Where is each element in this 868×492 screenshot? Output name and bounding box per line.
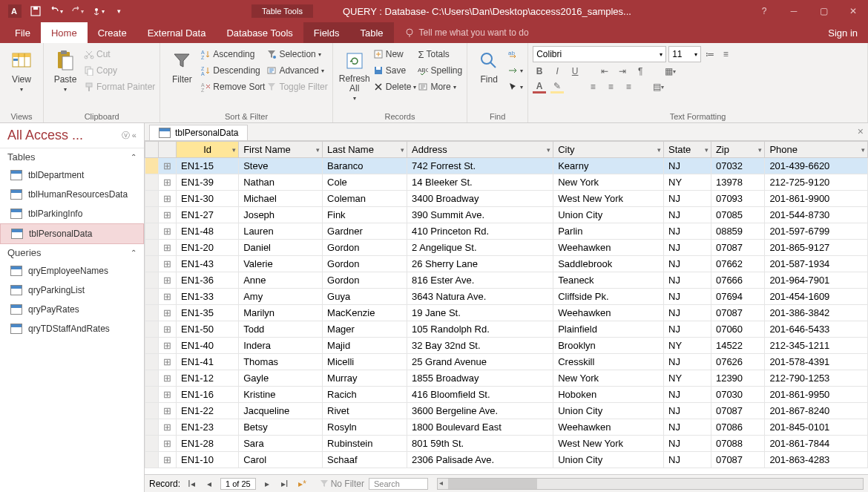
- cell[interactable]: 801 59th St.: [407, 436, 553, 452]
- expand-row-button[interactable]: ⊞: [159, 452, 177, 468]
- cell[interactable]: Daniel: [239, 240, 323, 256]
- cell[interactable]: Fink: [323, 207, 407, 223]
- search-records-input[interactable]: Search: [369, 478, 428, 490]
- row-selector[interactable]: [145, 370, 159, 387]
- cell[interactable]: Rosyln: [323, 419, 407, 436]
- nav-table-tblparkinginfo[interactable]: tblParkingInfo: [0, 204, 144, 223]
- cell[interactable]: NJ: [664, 272, 711, 289]
- row-selector[interactable]: [145, 272, 159, 289]
- column-dropdown-icon[interactable]: ▾: [657, 146, 661, 154]
- cell[interactable]: NJ: [664, 207, 711, 223]
- save-record-button[interactable]: Save: [373, 62, 417, 79]
- expand-row-button[interactable]: ⊞: [159, 240, 177, 256]
- row-selector[interactable]: [145, 207, 159, 223]
- cell[interactable]: NJ: [664, 289, 711, 305]
- table-row[interactable]: ⊞EN1-35MarilynMacKenzie19 Jane St.Weehaw…: [145, 305, 868, 321]
- column-header-phone[interactable]: Phone▾: [765, 142, 868, 158]
- column-header-state[interactable]: State▾: [664, 142, 711, 158]
- table-row[interactable]: ⊞EN1-39NathanCole14 Bleeker St.New YorkN…: [145, 174, 868, 191]
- row-selector[interactable]: [145, 191, 159, 207]
- cell[interactable]: EN1-39: [177, 174, 239, 191]
- expand-row-button[interactable]: ⊞: [159, 338, 177, 354]
- cell[interactable]: Rubinstein: [323, 436, 407, 452]
- nav-query-qryemployeenames[interactable]: qryEmployeeNames: [0, 261, 144, 281]
- nav-table-tblpersonaldata[interactable]: tblPersonalData: [0, 223, 144, 244]
- nav-query-qrytdstaffandrates[interactable]: qryTDStaffAndRates: [0, 319, 144, 338]
- cell[interactable]: 19 Jane St.: [407, 305, 553, 321]
- cell[interactable]: Carol: [239, 452, 323, 468]
- cell[interactable]: Plainfield: [553, 321, 664, 338]
- save-icon[interactable]: [27, 2, 45, 20]
- row-selector[interactable]: [145, 174, 159, 191]
- cell[interactable]: Nathan: [239, 174, 323, 191]
- row-selector[interactable]: [145, 419, 159, 436]
- cell[interactable]: Valerie: [239, 256, 323, 272]
- expand-row-button[interactable]: ⊞: [159, 174, 177, 191]
- indent-decrease-icon[interactable]: ⇤: [598, 65, 611, 78]
- nav-table-tblhumanresourcesdata[interactable]: tblHumanResourcesData: [0, 185, 144, 204]
- table-row[interactable]: ⊞EN1-12GayleMurray1855 BroadwayNew YorkN…: [145, 370, 868, 387]
- cell[interactable]: Thomas: [239, 354, 323, 370]
- last-record-button[interactable]: ▸I: [278, 479, 292, 489]
- first-record-button[interactable]: I◂: [185, 479, 198, 489]
- cell[interactable]: EN1-23: [177, 419, 239, 436]
- cell[interactable]: Indera: [239, 338, 323, 354]
- cell[interactable]: Parlin: [553, 223, 664, 240]
- filter-button[interactable]: Filter: [165, 46, 199, 111]
- cell[interactable]: Rivet: [323, 403, 407, 419]
- cell[interactable]: EN1-36: [177, 272, 239, 289]
- cell[interactable]: Teaneck: [553, 272, 664, 289]
- queries-section-header[interactable]: Queries⌃: [0, 244, 144, 261]
- cell[interactable]: EN1-48: [177, 223, 239, 240]
- toggle-filter-button[interactable]: Toggle Filter: [266, 79, 327, 95]
- cell[interactable]: Amy: [239, 289, 323, 305]
- replace-button[interactable]: ab: [507, 46, 523, 62]
- cell[interactable]: EN1-10: [177, 452, 239, 468]
- select-all-corner[interactable]: [145, 142, 159, 158]
- cell[interactable]: 3400 Broadway: [407, 191, 553, 207]
- ascending-button[interactable]: AZAscending: [200, 46, 265, 62]
- remove-sort-button[interactable]: AZRemove Sort: [200, 79, 265, 95]
- undo-icon[interactable]: ▾: [47, 2, 65, 20]
- cell[interactable]: 201-454-1609: [765, 289, 868, 305]
- cell[interactable]: Lauren: [239, 223, 323, 240]
- cell[interactable]: 201-964-7901: [765, 272, 868, 289]
- cell[interactable]: 416 Bloomfield St.: [407, 387, 553, 403]
- close-tab-button[interactable]: ×: [858, 125, 868, 137]
- cell[interactable]: NJ: [664, 354, 711, 370]
- cell[interactable]: EN1-16: [177, 387, 239, 403]
- qat-customize-icon[interactable]: ▾: [110, 2, 128, 20]
- record-position[interactable]: 1 of 25: [220, 478, 256, 490]
- cell[interactable]: 07626: [711, 354, 764, 370]
- column-header-zip[interactable]: Zip▾: [711, 142, 764, 158]
- redo-icon[interactable]: ▾: [68, 2, 86, 20]
- cell[interactable]: Hoboken: [553, 387, 664, 403]
- expand-row-button[interactable]: ⊞: [159, 158, 177, 174]
- cell[interactable]: NJ: [664, 240, 711, 256]
- cell[interactable]: 07087: [711, 403, 764, 419]
- cell[interactable]: 1855 Broadway: [407, 370, 553, 387]
- table-row[interactable]: ⊞EN1-43ValerieGordon26 Sherry LaneSaddle…: [145, 256, 868, 272]
- row-selector[interactable]: [145, 387, 159, 403]
- row-selector[interactable]: [145, 338, 159, 354]
- tab-file[interactable]: File: [4, 22, 41, 43]
- cell[interactable]: 07087: [711, 452, 764, 468]
- cell[interactable]: NJ: [664, 158, 711, 174]
- tell-me-search[interactable]: Tell me what you want to do: [394, 22, 529, 43]
- cell[interactable]: Cole: [323, 174, 407, 191]
- cell[interactable]: EN1-43: [177, 256, 239, 272]
- table-row[interactable]: ⊞EN1-33AmyGuya3643 Natura Ave.Cliffside …: [145, 289, 868, 305]
- cell[interactable]: 32 Bay 32nd St.: [407, 338, 553, 354]
- cell[interactable]: Gordon: [323, 272, 407, 289]
- refresh-all-button[interactable]: Refresh All ▾: [338, 46, 372, 111]
- scrollbar-thumb[interactable]: [448, 479, 537, 489]
- row-selector[interactable]: [145, 240, 159, 256]
- tab-fields[interactable]: Fields: [303, 22, 350, 43]
- cell[interactable]: 201-861-9900: [765, 191, 868, 207]
- bullets-icon[interactable]: ≔: [703, 47, 717, 61]
- expand-row-button[interactable]: ⊞: [159, 289, 177, 305]
- column-header-first-name[interactable]: First Name▾: [239, 142, 323, 158]
- close-button[interactable]: ✕: [838, 0, 868, 22]
- table-row[interactable]: ⊞EN1-16KristineRacich416 Bloomfield St.H…: [145, 387, 868, 403]
- row-selector[interactable]: [145, 321, 159, 338]
